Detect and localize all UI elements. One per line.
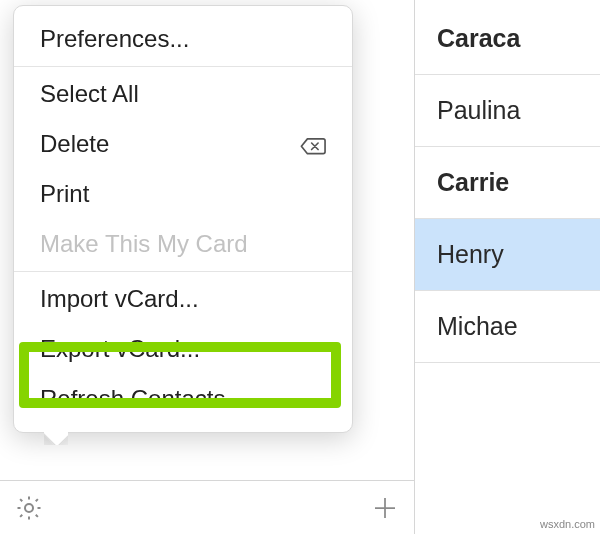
menu-item-label: Print [40,180,89,208]
menu-print[interactable]: Print [14,169,352,219]
settings-popup-menu: Preferences... Select All Delete Print M… [13,5,353,433]
menu-item-label: Refresh Contacts [40,385,225,413]
menu-item-label: Select All [40,80,139,108]
menu-item-label: Preferences... [40,25,189,53]
menu-refresh-contacts[interactable]: Refresh Contacts [14,374,352,424]
svg-point-0 [25,504,33,512]
menu-divider [14,66,352,67]
menu-divider [14,271,352,272]
menu-import-vcard[interactable]: Import vCard... [14,274,352,324]
menu-select-all[interactable]: Select All [14,69,352,119]
gear-icon[interactable] [14,493,44,523]
contact-item[interactable]: Caraca [415,0,600,75]
contact-item[interactable]: Michae [415,291,600,363]
plus-icon[interactable] [370,493,400,523]
menu-export-vcard[interactable]: Export vCard... [14,324,352,374]
menu-preferences[interactable]: Preferences... [14,14,352,64]
watermark: wsxdn.com [540,518,595,530]
contact-item[interactable]: Paulina [415,75,600,147]
menu-item-label: Delete [40,130,109,158]
delete-backspace-icon [300,134,326,154]
popup-tail [44,432,68,445]
menu-item-label: Export vCard... [40,335,200,363]
contact-item[interactable]: Henry [415,219,600,291]
menu-delete[interactable]: Delete [14,119,352,169]
menu-item-label: Make This My Card [40,230,248,258]
sidebar-bottom-toolbar [0,480,414,534]
contact-list: Caraca Paulina Carrie Henry Michae [415,0,600,534]
menu-item-label: Import vCard... [40,285,199,313]
contact-item[interactable]: Carrie [415,147,600,219]
menu-make-this-my-card: Make This My Card [14,219,352,269]
